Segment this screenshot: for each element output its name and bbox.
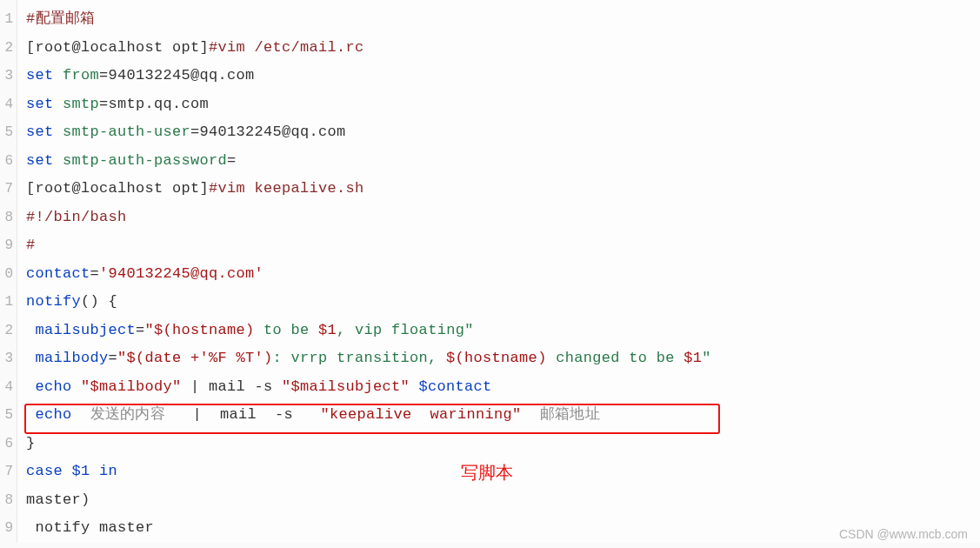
keyword: set xyxy=(26,152,54,169)
line-number: 1 xyxy=(0,288,17,317)
string: " xyxy=(702,350,711,366)
var-ref: $1 xyxy=(318,322,337,338)
string: changed to be xyxy=(547,350,684,366)
string: "keepalive warinning" xyxy=(321,406,522,423)
value: = xyxy=(227,152,237,169)
shebang: #!/bin/bash xyxy=(26,209,127,225)
operator: = xyxy=(109,350,118,366)
line-number: 7 xyxy=(0,458,17,486)
variable: mailsubject xyxy=(26,322,136,338)
command: echo xyxy=(26,378,81,395)
line-number: 1 xyxy=(0,5,17,34)
line-number: 8 xyxy=(0,486,17,515)
operator: = xyxy=(136,322,145,338)
code-line: set from=940132245@qq.com xyxy=(26,62,980,90)
line-number: 2 xyxy=(0,317,17,345)
comment-text: # xyxy=(26,237,36,253)
code-line: set smtp=smtp.qq.com xyxy=(26,90,980,119)
variable: $contact xyxy=(410,378,492,395)
placeholder: 邮箱地址 xyxy=(522,406,600,423)
command: echo xyxy=(26,406,72,423)
line-number: 3 xyxy=(0,62,17,90)
line-number: 5 xyxy=(0,118,17,147)
annotation-label: 写脚本 xyxy=(461,461,513,485)
subst: $(hostname) xyxy=(446,350,547,366)
command-text: #vim /etc/mail.rc xyxy=(209,39,364,56)
keyword: in xyxy=(99,463,117,479)
value: =940132245@qq.com xyxy=(99,67,255,84)
code-line: mailbody="$(date +'%F %T'): vrrp transit… xyxy=(26,344,980,373)
code-line: master) xyxy=(26,486,980,515)
option: smtp-auth-user xyxy=(54,124,191,140)
code-line: } xyxy=(26,430,980,458)
prompt-text: [root@localhost opt] xyxy=(26,39,209,56)
string: : vrrp transition, xyxy=(273,350,447,366)
option: from xyxy=(54,67,100,84)
prompt-text: [root@localhost opt] xyxy=(26,180,209,197)
line-number: 9 xyxy=(0,514,17,543)
code-line: echo "$mailbody" | mail -s "$mailsubject… xyxy=(26,373,980,402)
string: '940132245@qq.com' xyxy=(99,265,263,282)
keyword: set xyxy=(26,96,54,112)
command: notify master xyxy=(26,519,154,536)
line-number: 4 xyxy=(0,90,17,119)
comment-text: #配置邮箱 xyxy=(26,10,96,27)
brace: () { xyxy=(81,293,117,310)
code-line: contact='940132245@qq.com' xyxy=(26,260,980,289)
var-ref: $1 xyxy=(683,350,702,366)
line-number: 5 xyxy=(0,401,17,430)
line-number: 6 xyxy=(0,430,17,458)
string: "$(date +'%F %T') xyxy=(117,350,273,366)
variable: mailbody xyxy=(26,350,109,366)
pipe: | mail -s xyxy=(193,406,321,423)
keyword: set xyxy=(26,67,54,84)
code-line: notify master xyxy=(26,514,980,543)
var-ref: $1 xyxy=(63,463,99,479)
line-number: 7 xyxy=(0,175,17,204)
code-line: #!/bin/bash xyxy=(26,204,980,232)
placeholder: 发送的内容 xyxy=(72,406,193,423)
string: , vip floating" xyxy=(337,322,474,338)
code-line: [root@localhost opt]#vim /etc/mail.rc xyxy=(26,34,980,63)
brace: } xyxy=(26,435,36,451)
code-line: [root@localhost opt]#vim keepalive.sh xyxy=(26,175,980,204)
code-line: notify() { xyxy=(26,288,980,317)
line-number: 6 xyxy=(0,147,17,176)
string: "$(hostname) xyxy=(145,322,255,338)
code-line: set smtp-auth-user=940132245@qq.com xyxy=(26,118,980,147)
code-line: mailsubject="$(hostname) to be $1, vip f… xyxy=(26,317,980,345)
case-label: master) xyxy=(26,491,90,508)
line-number: 0 xyxy=(0,260,17,289)
keyword: case xyxy=(26,463,63,479)
code-line: echo 发送的内容 | mail -s "keepalive warinnin… xyxy=(26,401,980,430)
option: smtp-auth-password xyxy=(54,152,228,169)
string: "$mailsubject" xyxy=(282,378,410,395)
line-number: 9 xyxy=(0,231,17,260)
command-text: #vim keepalive.sh xyxy=(209,180,364,197)
code-line: # xyxy=(26,231,980,260)
operator: = xyxy=(90,265,100,282)
line-number: 2 xyxy=(0,34,17,63)
option: smtp xyxy=(54,96,100,112)
code-line: #配置邮箱 xyxy=(26,5,980,34)
variable: contact xyxy=(26,265,90,282)
string: to be xyxy=(255,322,319,338)
line-number-gutter: 1 2 3 4 5 6 7 8 9 0 1 2 3 4 5 6 7 8 9 xyxy=(0,0,17,543)
string: "$mailbody" xyxy=(81,378,182,395)
value: =smtp.qq.com xyxy=(99,96,209,112)
pipe: | mail -s xyxy=(182,378,283,395)
function-name: notify xyxy=(26,293,81,310)
keyword: set xyxy=(26,124,54,140)
line-number: 8 xyxy=(0,204,17,232)
code-line: set smtp-auth-password= xyxy=(26,147,980,176)
line-number: 3 xyxy=(0,344,17,373)
value: =940132245@qq.com xyxy=(190,124,346,140)
line-number: 4 xyxy=(0,373,17,402)
